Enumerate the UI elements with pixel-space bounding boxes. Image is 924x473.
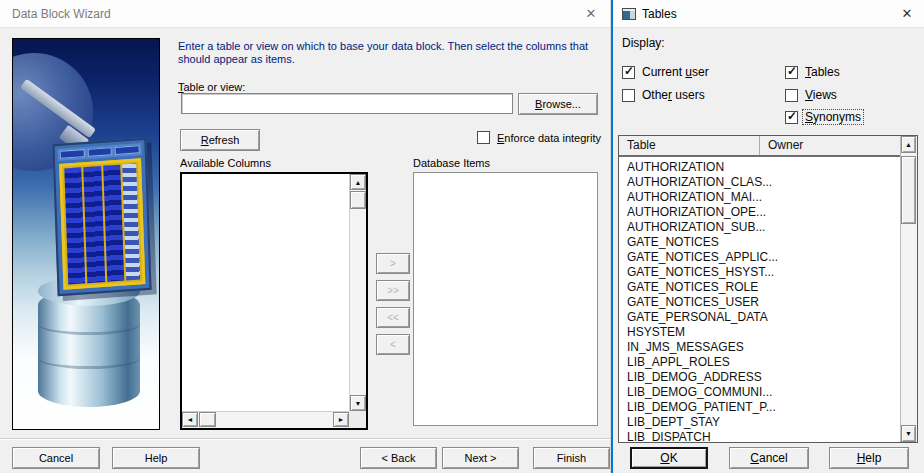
checkbox-views[interactable]: Views — [785, 88, 839, 102]
column-header-owner[interactable]: Owner — [760, 136, 900, 155]
owner-cell[interactable] — [760, 385, 900, 400]
table-row[interactable]: HSYSTEM — [619, 325, 900, 340]
owner-cell[interactable] — [760, 355, 900, 370]
move-left-button[interactable]: < — [376, 334, 410, 355]
tables-list-body[interactable]: AUTHORIZATIONAUTHORIZATION_CLAS...AUTHOR… — [619, 157, 900, 442]
owner-cell[interactable] — [760, 325, 900, 340]
table-row[interactable]: AUTHORIZATION_SUB... — [619, 220, 900, 235]
checkbox-other-users[interactable]: Other users — [622, 88, 707, 102]
checkbox-box[interactable] — [477, 131, 490, 144]
table-or-view-input[interactable] — [181, 93, 513, 114]
owner-cell[interactable] — [760, 175, 900, 190]
table-row[interactable]: AUTHORIZATION_OPE... — [619, 205, 900, 220]
table-row[interactable]: AUTHORIZATION_MAI... — [619, 190, 900, 205]
checkbox-box[interactable] — [622, 66, 635, 79]
database-items-listbox[interactable] — [413, 172, 598, 426]
scroll-up-icon[interactable]: ▲ — [350, 174, 366, 190]
table-row[interactable]: GATE_NOTICES_HSYST... — [619, 265, 900, 280]
back-button[interactable]: < Back — [360, 447, 437, 469]
available-columns-vertical-scrollbar[interactable]: ▲ ▼ — [349, 174, 366, 411]
move-all-right-button[interactable]: >> — [376, 280, 410, 301]
table-name-cell[interactable]: AUTHORIZATION_OPE... — [619, 205, 760, 220]
table-name-cell[interactable]: LIB_DISPATCH — [619, 430, 760, 442]
ok-button[interactable]: OK — [630, 447, 708, 469]
table-name-cell[interactable]: LIB_APPL_ROLES — [619, 355, 760, 370]
table-name-cell[interactable]: GATE_PERSONAL_DATA — [619, 310, 760, 325]
checkbox-box[interactable] — [785, 66, 798, 79]
checkbox-box[interactable] — [785, 111, 798, 124]
cancel-button[interactable]: Cancel — [12, 447, 100, 469]
scroll-right-icon[interactable]: ► — [333, 412, 349, 427]
owner-cell[interactable] — [760, 400, 900, 415]
owner-cell[interactable] — [760, 370, 900, 385]
tables-list-scrollbar[interactable]: ▲ ▼ — [900, 136, 917, 442]
owner-cell[interactable] — [760, 265, 900, 280]
scroll-down-icon[interactable]: ▼ — [350, 395, 366, 411]
move-all-left-button[interactable]: << — [376, 307, 410, 328]
checkbox-box[interactable] — [785, 89, 798, 102]
owner-cell[interactable] — [760, 160, 900, 175]
table-row[interactable]: GATE_NOTICES_ROLE — [619, 280, 900, 295]
table-row[interactable]: LIB_APPL_ROLES — [619, 355, 900, 370]
table-row[interactable]: LIB_DEMOG_COMMUNI... — [619, 385, 900, 400]
table-name-cell[interactable]: LIB_DEMOG_PATIENT_P... — [619, 400, 760, 415]
browse-button[interactable]: Browse... — [518, 93, 598, 115]
checkbox-current-user[interactable]: Current user — [622, 65, 711, 79]
table-row[interactable]: GATE_NOTICES_USER — [619, 295, 900, 310]
available-columns-listbox[interactable]: ▲ ▼ ◄ ► — [180, 172, 368, 430]
finish-button[interactable]: Finish — [533, 447, 610, 469]
scrollbar-thumb[interactable] — [901, 156, 916, 224]
owner-cell[interactable] — [760, 340, 900, 355]
table-name-cell[interactable]: AUTHORIZATION_CLAS... — [619, 175, 760, 190]
table-name-cell[interactable]: GATE_NOTICES_ROLE — [619, 280, 760, 295]
owner-cell[interactable] — [760, 220, 900, 235]
table-name-cell[interactable]: AUTHORIZATION — [619, 160, 760, 175]
available-columns-list-area[interactable] — [182, 174, 349, 411]
owner-cell[interactable] — [760, 295, 900, 310]
table-name-cell[interactable]: GATE_NOTICES_USER — [619, 295, 760, 310]
owner-cell[interactable] — [760, 310, 900, 325]
checkbox-synonyms[interactable]: Synonyms — [785, 110, 863, 124]
cancel-button[interactable]: Cancel — [729, 447, 809, 469]
table-name-cell[interactable]: AUTHORIZATION_SUB... — [619, 220, 760, 235]
scrollbar-thumb[interactable] — [199, 412, 216, 427]
table-row[interactable]: LIB_DEMOG_ADDRESS — [619, 370, 900, 385]
owner-cell[interactable] — [760, 235, 900, 250]
scrollbar-thumb[interactable] — [350, 191, 366, 209]
owner-cell[interactable] — [760, 190, 900, 205]
checkbox-tables[interactable]: Tables — [785, 65, 842, 79]
next-button[interactable]: Next > — [442, 447, 519, 469]
table-name-cell[interactable]: LIB_DEPT_STAY — [619, 415, 760, 430]
scroll-left-icon[interactable]: ◄ — [182, 412, 198, 427]
wizard-close-icon[interactable]: ✕ — [582, 5, 600, 23]
table-name-cell[interactable]: LIB_DEMOG_ADDRESS — [619, 370, 760, 385]
table-name-cell[interactable]: LIB_DEMOG_COMMUNI... — [619, 385, 760, 400]
table-name-cell[interactable]: GATE_NOTICES — [619, 235, 760, 250]
scroll-up-icon[interactable]: ▲ — [901, 136, 916, 153]
refresh-button[interactable]: Refresh — [180, 129, 260, 151]
table-row[interactable]: GATE_NOTICES — [619, 235, 900, 250]
table-name-cell[interactable]: GATE_NOTICES_APPLIC... — [619, 250, 760, 265]
owner-cell[interactable] — [760, 430, 900, 442]
owner-cell[interactable] — [760, 415, 900, 430]
table-name-cell[interactable]: IN_JMS_MESSAGES — [619, 340, 760, 355]
table-row[interactable]: AUTHORIZATION_CLAS... — [619, 175, 900, 190]
column-header-table[interactable]: Table — [619, 136, 760, 155]
table-row[interactable]: LIB_DISPATCH — [619, 430, 900, 442]
scroll-down-icon[interactable]: ▼ — [901, 425, 916, 442]
help-button[interactable]: Help — [112, 447, 200, 469]
table-row[interactable]: GATE_PERSONAL_DATA — [619, 310, 900, 325]
table-name-cell[interactable]: AUTHORIZATION_MAI... — [619, 190, 760, 205]
table-name-cell[interactable]: HSYSTEM — [619, 325, 760, 340]
enforce-data-integrity-checkbox[interactable]: Enforce data integrity — [477, 131, 603, 144]
table-name-cell[interactable]: GATE_NOTICES_HSYST... — [619, 265, 760, 280]
table-row[interactable]: AUTHORIZATION — [619, 160, 900, 175]
owner-cell[interactable] — [760, 205, 900, 220]
owner-cell[interactable] — [760, 280, 900, 295]
table-row[interactable]: GATE_NOTICES_APPLIC... — [619, 250, 900, 265]
help-button[interactable]: Help — [829, 447, 909, 469]
tables-list[interactable]: Table Owner ▲ ▼ AUTHORIZATIONAUTHORIZATI… — [618, 135, 918, 443]
available-columns-horizontal-scrollbar[interactable]: ◄ ► — [182, 411, 349, 428]
owner-cell[interactable] — [760, 250, 900, 265]
move-right-button[interactable]: > — [376, 253, 410, 274]
